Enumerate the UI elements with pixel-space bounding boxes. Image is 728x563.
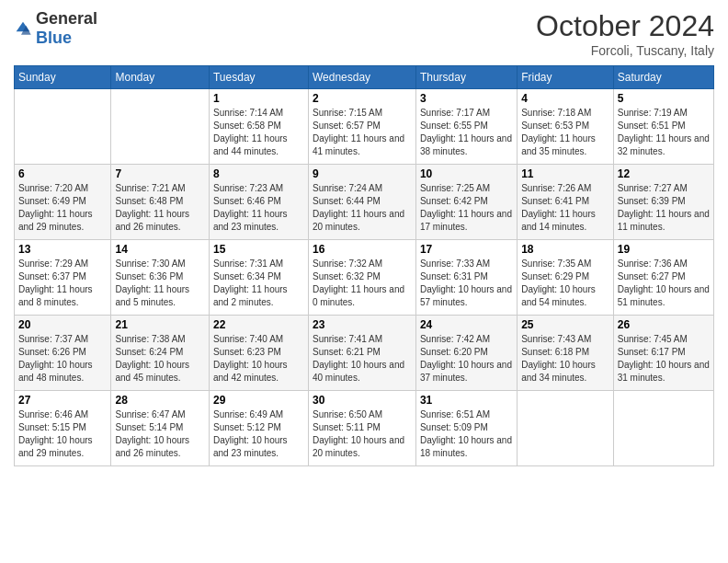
calendar-cell: 3Sunrise: 7:17 AMSunset: 6:55 PMDaylight… [415,89,517,165]
day-detail: Sunrise: 7:41 AMSunset: 6:21 PMDaylight:… [313,333,412,385]
day-detail: Sunrise: 7:26 AMSunset: 6:41 PMDaylight:… [521,182,609,234]
day-number: 4 [521,92,609,105]
day-detail: Sunrise: 7:32 AMSunset: 6:32 PMDaylight:… [313,258,412,309]
th-tuesday: Tuesday [209,66,308,89]
calendar-cell: 29Sunrise: 6:49 AMSunset: 5:12 PMDayligh… [209,391,308,466]
day-number: 23 [313,318,412,331]
th-sunday: Sunday [15,66,111,89]
day-number: 11 [521,167,609,180]
month-title: October 2024 [536,9,714,43]
week-row-3: 20Sunrise: 7:37 AMSunset: 6:26 PMDayligh… [15,316,714,391]
day-detail: Sunrise: 7:37 AMSunset: 6:26 PMDaylight:… [18,333,107,385]
header: General Blue October 2024 Forcoli, Tusca… [14,9,714,58]
calendar-cell: 9Sunrise: 7:24 AMSunset: 6:44 PMDaylight… [308,165,415,240]
calendar-cell: 14Sunrise: 7:30 AMSunset: 6:36 PMDayligh… [111,240,210,316]
th-saturday: Saturday [613,66,713,89]
calendar-cell: 22Sunrise: 7:40 AMSunset: 6:23 PMDayligh… [209,316,308,391]
day-number: 16 [313,243,412,256]
week-row-2: 13Sunrise: 7:29 AMSunset: 6:37 PMDayligh… [15,240,714,316]
day-number: 20 [18,318,107,331]
day-number: 3 [420,92,513,105]
day-number: 2 [313,92,412,105]
calendar-cell: 31Sunrise: 6:51 AMSunset: 5:09 PMDayligh… [415,391,517,466]
day-detail: Sunrise: 7:35 AMSunset: 6:29 PMDaylight:… [521,258,609,309]
week-row-1: 6Sunrise: 7:20 AMSunset: 6:49 PMDaylight… [15,165,714,240]
page: General Blue October 2024 Forcoli, Tusca… [0,0,728,563]
day-detail: Sunrise: 7:33 AMSunset: 6:31 PMDaylight:… [420,258,513,309]
calendar-cell: 2Sunrise: 7:15 AMSunset: 6:57 PMDaylight… [308,89,415,165]
day-number: 17 [420,243,513,256]
calendar-cell: 13Sunrise: 7:29 AMSunset: 6:37 PMDayligh… [15,240,111,316]
logo-icon [14,19,32,38]
day-number: 1 [213,92,304,105]
day-number: 12 [618,167,710,180]
day-detail: Sunrise: 7:15 AMSunset: 6:57 PMDaylight:… [313,107,412,158]
calendar-cell [518,391,614,466]
calendar-cell: 12Sunrise: 7:27 AMSunset: 6:39 PMDayligh… [613,165,713,240]
logo: General Blue [14,9,97,48]
day-detail: Sunrise: 7:27 AMSunset: 6:39 PMDaylight:… [618,182,710,234]
day-number: 9 [313,167,412,180]
day-number: 28 [115,394,205,407]
calendar-cell: 19Sunrise: 7:36 AMSunset: 6:27 PMDayligh… [613,240,713,316]
day-number: 21 [115,318,205,331]
calendar-cell: 25Sunrise: 7:43 AMSunset: 6:18 PMDayligh… [518,316,614,391]
day-detail: Sunrise: 7:14 AMSunset: 6:58 PMDaylight:… [213,107,304,158]
day-detail: Sunrise: 7:29 AMSunset: 6:37 PMDaylight:… [18,258,107,309]
calendar-cell: 7Sunrise: 7:21 AMSunset: 6:48 PMDaylight… [111,165,210,240]
calendar-cell [111,89,210,165]
day-number: 27 [18,394,107,407]
day-detail: Sunrise: 7:25 AMSunset: 6:42 PMDaylight:… [420,182,513,234]
calendar-cell: 27Sunrise: 6:46 AMSunset: 5:15 PMDayligh… [15,391,111,466]
calendar-cell: 21Sunrise: 7:38 AMSunset: 6:24 PMDayligh… [111,316,210,391]
calendar-cell: 30Sunrise: 6:50 AMSunset: 5:11 PMDayligh… [308,391,415,466]
day-detail: Sunrise: 7:17 AMSunset: 6:55 PMDaylight:… [420,107,513,158]
th-wednesday: Wednesday [308,66,415,89]
calendar-cell [15,89,111,165]
day-number: 10 [420,167,513,180]
day-detail: Sunrise: 6:49 AMSunset: 5:12 PMDaylight:… [213,408,304,460]
day-detail: Sunrise: 7:20 AMSunset: 6:49 PMDaylight:… [18,182,107,234]
day-number: 15 [213,243,304,256]
calendar-cell: 10Sunrise: 7:25 AMSunset: 6:42 PMDayligh… [415,165,517,240]
day-detail: Sunrise: 7:18 AMSunset: 6:53 PMDaylight:… [521,107,609,158]
day-detail: Sunrise: 7:42 AMSunset: 6:20 PMDaylight:… [420,333,513,385]
calendar-cell: 1Sunrise: 7:14 AMSunset: 6:58 PMDaylight… [209,89,308,165]
day-number: 22 [213,318,304,331]
day-detail: Sunrise: 7:43 AMSunset: 6:18 PMDaylight:… [521,333,609,385]
calendar-cell: 17Sunrise: 7:33 AMSunset: 6:31 PMDayligh… [415,240,517,316]
location-title: Forcoli, Tuscany, Italy [536,43,714,58]
day-number: 31 [420,394,513,407]
day-detail: Sunrise: 6:46 AMSunset: 5:15 PMDaylight:… [18,408,107,460]
day-number: 18 [521,243,609,256]
day-detail: Sunrise: 7:40 AMSunset: 6:23 PMDaylight:… [213,333,304,385]
calendar-cell: 16Sunrise: 7:32 AMSunset: 6:32 PMDayligh… [308,240,415,316]
day-number: 8 [213,167,304,180]
calendar-cell: 24Sunrise: 7:42 AMSunset: 6:20 PMDayligh… [415,316,517,391]
th-friday: Friday [518,66,614,89]
week-row-4: 27Sunrise: 6:46 AMSunset: 5:15 PMDayligh… [15,391,714,466]
calendar-cell: 26Sunrise: 7:45 AMSunset: 6:17 PMDayligh… [613,316,713,391]
calendar-cell: 11Sunrise: 7:26 AMSunset: 6:41 PMDayligh… [518,165,614,240]
day-number: 24 [420,318,513,331]
day-detail: Sunrise: 7:45 AMSunset: 6:17 PMDaylight:… [618,333,710,385]
calendar-cell: 20Sunrise: 7:37 AMSunset: 6:26 PMDayligh… [15,316,111,391]
day-number: 26 [618,318,710,331]
day-detail: Sunrise: 7:24 AMSunset: 6:44 PMDaylight:… [313,182,412,234]
calendar-cell: 18Sunrise: 7:35 AMSunset: 6:29 PMDayligh… [518,240,614,316]
calendar-table: Sunday Monday Tuesday Wednesday Thursday… [14,65,714,466]
day-number: 19 [618,243,710,256]
calendar-cell: 6Sunrise: 7:20 AMSunset: 6:49 PMDaylight… [15,165,111,240]
logo-text: General Blue [36,9,97,48]
title-block: October 2024 Forcoli, Tuscany, Italy [536,9,714,58]
day-detail: Sunrise: 7:21 AMSunset: 6:48 PMDaylight:… [115,182,205,234]
day-detail: Sunrise: 6:50 AMSunset: 5:11 PMDaylight:… [313,408,412,460]
day-detail: Sunrise: 7:31 AMSunset: 6:34 PMDaylight:… [213,258,304,309]
calendar-cell [613,391,713,466]
day-number: 30 [313,394,412,407]
day-detail: Sunrise: 7:38 AMSunset: 6:24 PMDaylight:… [115,333,205,385]
day-detail: Sunrise: 7:23 AMSunset: 6:46 PMDaylight:… [213,182,304,234]
day-detail: Sunrise: 7:36 AMSunset: 6:27 PMDaylight:… [618,258,710,309]
day-detail: Sunrise: 6:47 AMSunset: 5:14 PMDaylight:… [115,408,205,460]
calendar-cell: 5Sunrise: 7:19 AMSunset: 6:51 PMDaylight… [613,89,713,165]
